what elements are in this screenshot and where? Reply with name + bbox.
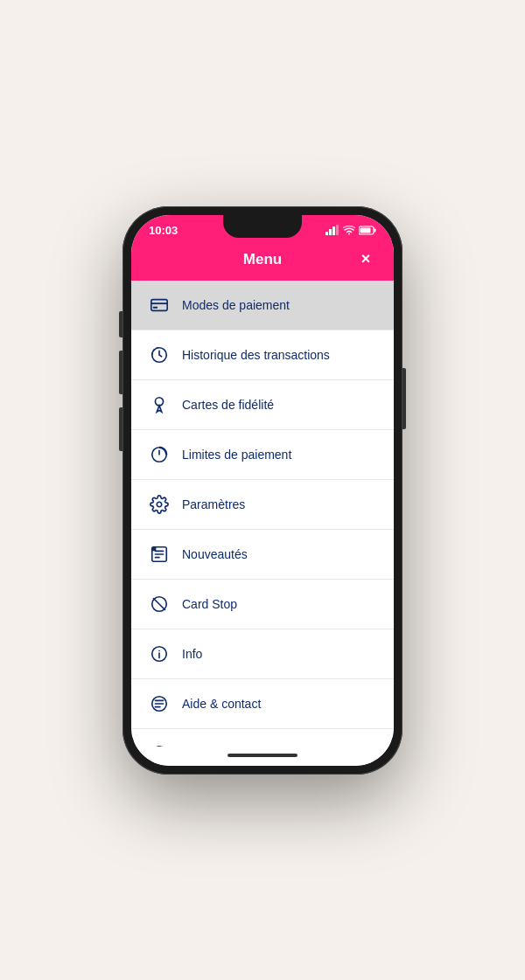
- menu-item-info[interactable]: Info: [131, 629, 394, 679]
- svg-rect-6: [360, 227, 371, 233]
- menu-label-payment-limits: Limites de paiement: [182, 448, 291, 462]
- menu-label-news: Nouveautés: [182, 547, 248, 561]
- battery-icon: [359, 226, 376, 235]
- home-indicator: [131, 747, 394, 766]
- mute-button: [119, 311, 122, 337]
- menu-item-settings[interactable]: Paramètres: [131, 480, 394, 530]
- card-icon: [149, 295, 170, 316]
- menu-label-payment-methods: Modes de paiement: [182, 298, 290, 312]
- power-button: [402, 368, 406, 429]
- info-icon: [149, 643, 170, 664]
- menu-item-transaction-history[interactable]: Historique des transactions: [131, 330, 394, 380]
- cardstop-icon: [149, 594, 170, 615]
- menu-item-loyalty-cards[interactable]: Cartes de fidélité: [131, 380, 394, 430]
- menu-item-news[interactable]: Nouveautés: [131, 530, 394, 580]
- help-icon: [149, 693, 170, 714]
- menu-label-info: Info: [182, 647, 202, 661]
- menu-item-help-contact[interactable]: Aide & contact: [131, 679, 394, 729]
- history-icon: [149, 344, 170, 365]
- home-bar: [228, 754, 298, 757]
- volume-down-button: [119, 407, 122, 451]
- wifi-icon: [343, 226, 355, 235]
- svg-rect-7: [151, 299, 167, 310]
- svg-rect-3: [336, 225, 339, 235]
- menu-list: Modes de paiement Historique des transac…: [131, 281, 394, 747]
- volume-up-button: [119, 351, 122, 394]
- status-time: 10:03: [149, 224, 178, 237]
- signal-icon: [326, 225, 340, 235]
- svg-point-14: [157, 502, 162, 507]
- menu-label-settings: Paramètres: [182, 497, 245, 511]
- svg-rect-5: [374, 228, 376, 232]
- menu-item-card-stop[interactable]: Card Stop: [131, 580, 394, 629]
- limits-icon: [149, 444, 170, 465]
- status-bar: 10:03: [131, 215, 394, 242]
- close-button[interactable]: ×: [354, 247, 378, 272]
- menu-item-payment-methods[interactable]: Modes de paiement: [131, 281, 394, 330]
- phone-frame: 10:03: [122, 206, 402, 775]
- svg-rect-1: [329, 229, 332, 235]
- loyalty-icon: [149, 394, 170, 415]
- header-title: Menu: [243, 251, 282, 268]
- notch: [223, 215, 302, 238]
- svg-rect-19: [152, 546, 157, 551]
- menu-item-payment-limits[interactable]: Limites de paiement: [131, 430, 394, 480]
- menu-header: Menu ×: [131, 242, 394, 281]
- menu-label-help-contact: Aide & contact: [182, 697, 261, 711]
- menu-label-card-stop: Card Stop: [182, 597, 237, 611]
- svg-rect-2: [332, 226, 335, 235]
- svg-line-21: [154, 598, 165, 609]
- news-icon: [149, 544, 170, 565]
- phone-screen: 10:03: [131, 215, 394, 766]
- menu-label-transaction-history: Historique des transactions: [182, 348, 330, 362]
- settings-icon: [149, 494, 170, 515]
- svg-rect-0: [326, 232, 328, 235]
- svg-point-24: [159, 650, 160, 650]
- menu-item-reset-app[interactable]: Réinitialiser l'appli: [131, 729, 394, 747]
- status-icons: [326, 225, 376, 235]
- menu-label-loyalty-cards: Cartes de fidélité: [182, 398, 274, 412]
